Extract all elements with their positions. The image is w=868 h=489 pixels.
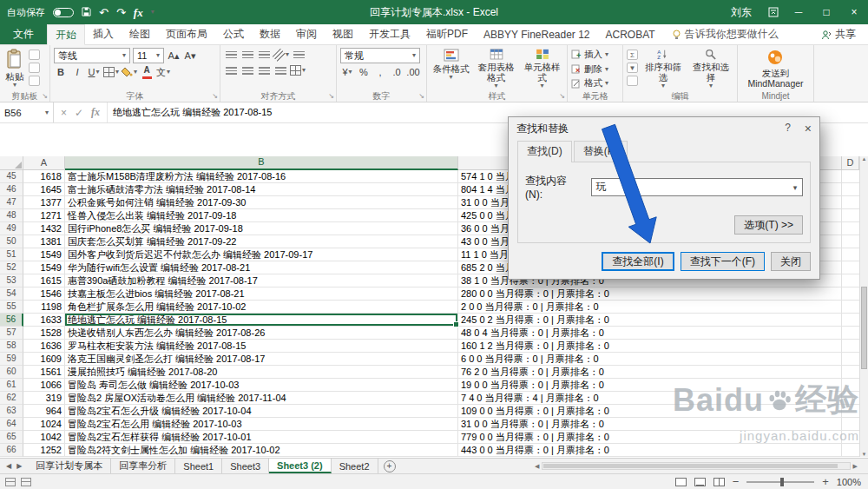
cell[interactable]: [842, 392, 859, 405]
decrease-indent-icon[interactable]: [273, 63, 287, 77]
zoom-out-icon[interactable]: −: [733, 476, 740, 487]
cell[interactable]: 国行iPhone8怎么买 编辑经验 2017-09-18: [65, 222, 458, 235]
ribbon-tab[interactable]: 页面布局: [158, 24, 215, 44]
find-next-button[interactable]: 查找下一个(F): [681, 252, 765, 271]
row-header[interactable]: 57: [0, 327, 23, 340]
ribbon-tab[interactable]: 审阅: [288, 24, 325, 44]
font-dialog-launcher[interactable]: ↘: [212, 92, 218, 101]
ribbon-tab[interactable]: 开始: [47, 24, 85, 45]
add-sheet-button[interactable]: +: [384, 460, 396, 472]
cell[interactable]: 160 1 2 当月得票：0 | 月票排名：0: [458, 340, 842, 353]
cell[interactable]: [842, 314, 859, 327]
align-top-icon[interactable]: [224, 48, 238, 62]
cell[interactable]: 280 0 0 当月得票：0 | 月票排名：0: [458, 287, 842, 301]
row-header[interactable]: 59: [0, 353, 23, 366]
percent-style-icon[interactable]: %: [357, 65, 371, 79]
cell[interactable]: [842, 340, 859, 353]
customize-qat-icon[interactable]: ▾: [151, 9, 155, 16]
vertical-scroll-thumb[interactable]: [861, 287, 867, 369]
shrink-font-icon[interactable]: A▾: [183, 49, 197, 63]
cell[interactable]: [842, 235, 859, 248]
sheet-tab[interactable]: Sheet3: [222, 459, 269, 473]
find-all-button[interactable]: 查找全部(I): [602, 252, 674, 271]
column-header[interactable]: D: [842, 156, 859, 170]
row-header[interactable]: 63: [0, 405, 23, 418]
orientation-icon[interactable]: ▾: [273, 48, 289, 62]
insert-function-icon[interactable]: fx: [91, 106, 100, 119]
align-right-icon[interactable]: [257, 63, 271, 77]
phonetic-guide-icon[interactable]: 文▾: [156, 65, 170, 79]
cell[interactable]: 1528: [23, 327, 65, 340]
cell[interactable]: 1615: [23, 274, 65, 287]
page-layout-view-icon[interactable]: [694, 478, 706, 486]
ribbon-tab[interactable]: 公式: [215, 24, 252, 44]
redo-icon[interactable]: ↷: [116, 7, 126, 18]
row-header[interactable]: 62: [0, 392, 23, 405]
insert-cells-button[interactable]: + 插入▾: [571, 48, 619, 62]
scroll-up-icon[interactable]: ▲: [862, 156, 867, 162]
cell[interactable]: 319: [23, 392, 65, 405]
cell[interactable]: 1377: [23, 196, 65, 209]
scroll-down-icon[interactable]: ▼: [862, 452, 867, 457]
cell[interactable]: 富士施乐硒鼓清零方法 编辑经验 2017-08-14: [65, 183, 458, 196]
send-to-mindmanager-button[interactable]: 发送到MindManager: [746, 48, 805, 90]
paste-button[interactable]: 粘贴 ▾: [3, 48, 26, 90]
cell[interactable]: [842, 248, 859, 261]
row-header[interactable]: 66: [0, 444, 23, 457]
font-color-icon[interactable]: A: [140, 65, 154, 79]
zoom-in-icon[interactable]: +: [822, 476, 829, 487]
cell[interactable]: 角色栏扩展条怎么用 编辑经验 2017-10-02: [65, 301, 458, 314]
grow-font-icon[interactable]: A▴: [167, 49, 181, 63]
row-header[interactable]: 56: [0, 314, 23, 327]
delete-cells-button[interactable]: × 删除▾: [571, 63, 619, 76]
decrease-decimal-icon[interactable]: .00: [406, 65, 420, 79]
ribbon-tab[interactable]: 绘图: [122, 24, 158, 44]
number-dialog-launcher[interactable]: ↘: [418, 92, 424, 101]
cell[interactable]: 1549: [23, 261, 65, 274]
name-box-caret-icon[interactable]: ▾: [45, 109, 49, 116]
row-header[interactable]: 47: [0, 196, 23, 209]
cell[interactable]: [842, 170, 859, 183]
selected-cell[interactable]: 绝地逃亡怎么玩 编辑经验 2017-08-15: [65, 314, 458, 327]
cell[interactable]: 19 0 0 当月得票：0 | 月票排名：0: [458, 379, 842, 392]
accessibility-icon[interactable]: [21, 478, 31, 486]
cell[interactable]: 1561: [23, 366, 65, 379]
styles-dialog-launcher[interactable]: ↘: [559, 92, 565, 101]
autosum-icon[interactable]: Σ: [627, 50, 638, 60]
cell[interactable]: 公积金账号如何注销 编辑经验 2017-09-30: [65, 196, 458, 209]
cell[interactable]: 76 2 0 当月得票：0 | 月票排名：0: [458, 366, 842, 379]
page-break-view-icon[interactable]: [713, 478, 725, 486]
cell[interactable]: 1066: [23, 379, 65, 392]
cut-icon[interactable]: [29, 50, 40, 60]
cell[interactable]: [842, 366, 859, 379]
cell-styles-button[interactable]: 单元格样式 ▾: [521, 48, 563, 90]
cell[interactable]: 1633: [23, 314, 65, 327]
sheet-tab[interactable]: Sheet3 (2): [269, 459, 332, 473]
cell[interactable]: [842, 209, 859, 222]
fill-color-icon[interactable]: ▾: [122, 65, 137, 79]
cell[interactable]: 245 0 2 当月得票：0 | 月票排名：0: [458, 314, 842, 327]
cell[interactable]: 109 0 0 当月得票：0 | 月票排名：0: [458, 405, 842, 418]
cell[interactable]: 国庆套怎么买划算 编辑经验 2017-09-22: [65, 235, 458, 248]
formula-cancel-icon[interactable]: ×: [61, 107, 67, 119]
italic-icon[interactable]: I: [70, 65, 84, 79]
save-icon[interactable]: [82, 7, 91, 18]
replace-tab[interactable]: 替换(P): [574, 141, 628, 162]
row-header[interactable]: 49: [0, 222, 23, 235]
ribbon-tab[interactable]: 福昕PDF: [418, 24, 476, 44]
undo-icon[interactable]: ↶: [99, 7, 108, 18]
minimize-button[interactable]: ─: [785, 0, 812, 24]
user-name[interactable]: 刘东: [720, 5, 762, 20]
cell[interactable]: 1546: [23, 287, 65, 301]
cell[interactable]: 华为随行wifi怎么设置 编辑经验 2017-08-21: [65, 261, 458, 274]
row-header[interactable]: 58: [0, 340, 23, 353]
cell[interactable]: 冒险岛2符文剑士属性怎么加 编辑经验 2017-10-02: [65, 444, 458, 457]
cell[interactable]: 1636: [23, 340, 65, 353]
find-input-caret-icon[interactable]: ▾: [788, 183, 802, 192]
cell[interactable]: [842, 405, 859, 418]
cell[interactable]: 1271: [23, 209, 65, 222]
alignment-dialog-launcher[interactable]: ↘: [328, 92, 334, 101]
accounting-format-icon[interactable]: ¥▾: [340, 65, 354, 79]
ribbon-tab[interactable]: 开发工具: [361, 24, 418, 44]
cell[interactable]: [842, 196, 859, 209]
